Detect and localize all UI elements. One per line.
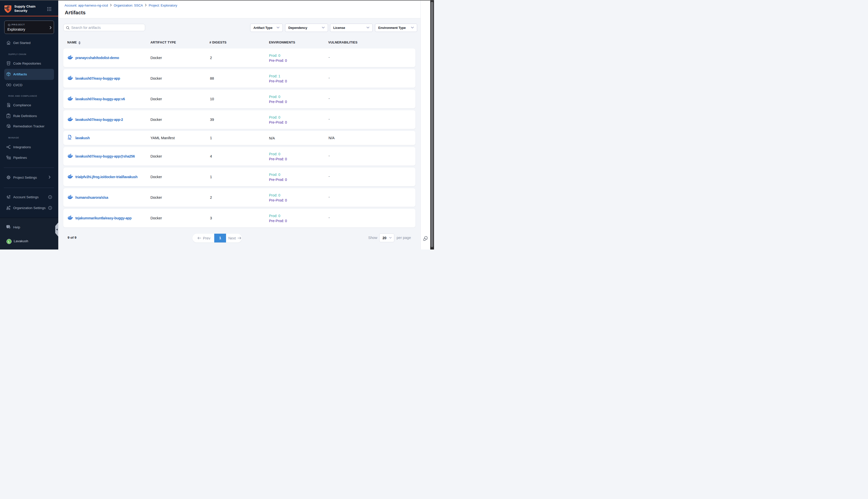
svg-text:YML: YML xyxy=(67,138,72,140)
